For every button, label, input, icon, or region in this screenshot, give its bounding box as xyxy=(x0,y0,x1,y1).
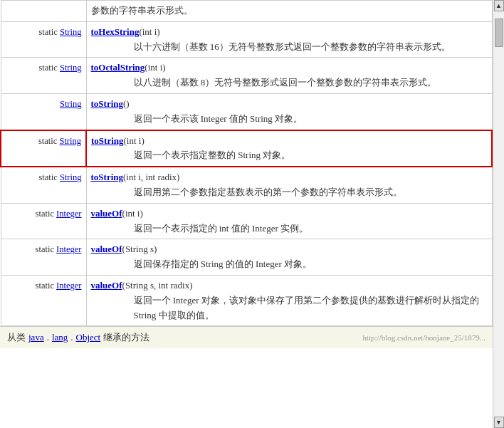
method-signature: valueOf(int i) xyxy=(91,207,488,221)
scrollbar-down-button[interactable]: ▼ xyxy=(494,417,504,428)
return-type-link[interactable]: Integer xyxy=(56,209,81,219)
desc-cell: toString(int i)返回一个表示指定整数的 String 对象。 xyxy=(86,130,492,167)
method-signature: toString(int i) xyxy=(91,134,487,149)
scrollbar-up-button[interactable]: ▲ xyxy=(494,0,504,11)
partial-text: 参数的字符串表示形式。 xyxy=(91,4,488,19)
methods-table: 参数的字符串表示形式。 static StringtoHexString(int… xyxy=(0,0,493,326)
method-name-link[interactable]: toString xyxy=(91,98,124,109)
method-name-link[interactable]: toOctalString xyxy=(91,62,145,73)
return-type-link[interactable]: String xyxy=(60,63,82,73)
type-cell: static Integer xyxy=(1,239,86,276)
method-name-link[interactable]: toString xyxy=(91,135,124,146)
desc-cell-partial: 参数的字符串表示形式。 xyxy=(86,1,492,22)
method-params: (int i) xyxy=(145,62,165,73)
method-signature: toString() xyxy=(91,97,488,112)
static-keyword: static xyxy=(36,209,57,219)
table-row-partial: 参数的字符串表示形式。 xyxy=(1,1,492,22)
method-signature: valueOf(String s) xyxy=(91,242,488,257)
return-type-link[interactable]: String xyxy=(60,99,82,109)
return-type-link[interactable]: Integer xyxy=(56,281,81,291)
method-params: (int i) xyxy=(122,208,143,219)
scrollbar: ▲ ▼ xyxy=(493,0,504,428)
return-type-link[interactable]: String xyxy=(59,136,81,146)
static-keyword: static xyxy=(38,172,60,182)
method-description: 返回一个 Integer 对象，该对象中保存了用第二个参数提供的基数进行解析时从… xyxy=(91,293,488,323)
return-type-link[interactable]: String xyxy=(60,172,82,182)
type-cell-partial xyxy=(1,1,86,22)
method-description: 返回一个表示指定的 int 值的 Integer 实例。 xyxy=(91,221,488,236)
method-name-link[interactable]: valueOf xyxy=(91,280,122,291)
dot1: . xyxy=(47,332,49,343)
table-row: static StringtoString(int i)返回一个表示指定整数的 … xyxy=(1,130,492,167)
table-row: static StringtoOctalString(int i)以八进制（基数… xyxy=(1,58,492,94)
method-params: (String s) xyxy=(122,244,157,254)
method-description: 以十六进制（基数 16）无符号整数形式返回一个整数参数的字符串表示形式。 xyxy=(91,40,488,55)
bottom-bar: 从类 java . lang . Object 继承的方法 http://blo… xyxy=(0,326,493,348)
dot2: . xyxy=(70,332,73,343)
object-link[interactable]: Object xyxy=(76,332,101,343)
return-type-link[interactable]: Integer xyxy=(56,244,81,254)
bottom-bar-prefix: 从类 xyxy=(7,331,26,344)
method-name-link[interactable]: valueOf xyxy=(91,244,122,254)
type-cell: static String xyxy=(1,21,86,58)
method-signature: valueOf(String s, int radix) xyxy=(91,278,488,293)
static-keyword: static xyxy=(38,27,60,37)
type-cell: static String xyxy=(1,130,86,167)
java-link[interactable]: java xyxy=(28,332,44,343)
table-row: static StringtoString(int i, int radix)返… xyxy=(1,167,492,203)
watermark: http://blog.csdn.net/honjane_25/1879... xyxy=(362,333,485,342)
static-keyword: static xyxy=(36,244,57,254)
method-params: (int i) xyxy=(124,135,145,146)
type-cell: String xyxy=(1,93,86,130)
static-keyword: static xyxy=(38,63,60,73)
desc-cell: toOctalString(int i)以八进制（基数 8）无符号整数形式返回一… xyxy=(86,58,492,94)
return-type-link[interactable]: String xyxy=(60,27,82,37)
method-params: (int i, int radix) xyxy=(123,172,179,182)
method-params: () xyxy=(123,98,130,109)
method-signature: toString(int i, int radix) xyxy=(91,170,488,185)
desc-cell: toString(int i, int radix)返回用第二个参数指定基数表示… xyxy=(86,167,492,203)
scrollbar-thumb[interactable] xyxy=(495,19,503,47)
lang-link[interactable]: lang xyxy=(52,332,68,343)
type-cell: static Integer xyxy=(1,275,86,325)
type-cell: static String xyxy=(1,167,86,203)
table-row: static IntegervalueOf(int i)返回一个表示指定的 in… xyxy=(1,203,492,239)
desc-cell: valueOf(String s)返回保存指定的 String 的值的 Inte… xyxy=(86,239,492,276)
method-description: 返回一个表示该 Integer 值的 String 对象。 xyxy=(91,112,488,127)
method-name-link[interactable]: toString xyxy=(91,172,124,182)
method-description: 返回一个表示指定整数的 String 对象。 xyxy=(91,148,487,163)
method-name-link[interactable]: toHexString xyxy=(91,26,140,37)
static-keyword: static xyxy=(36,281,57,291)
page-wrapper: 参数的字符串表示形式。 static StringtoHexString(int… xyxy=(0,0,504,428)
bottom-bar-suffix: 继承的方法 xyxy=(103,331,149,344)
table-row: static StringtoHexString(int i)以十六进制（基数 … xyxy=(1,21,492,58)
static-keyword: static xyxy=(38,136,60,146)
method-description: 返回用第二个参数指定基数表示的第一个参数的字符串表示形式。 xyxy=(91,185,488,200)
desc-cell: valueOf(int i)返回一个表示指定的 int 值的 Integer 实… xyxy=(86,203,492,239)
method-name-link[interactable]: valueOf xyxy=(91,208,122,219)
table-row: static IntegervalueOf(String s, int radi… xyxy=(1,275,492,325)
method-params: (String s, int radix) xyxy=(122,280,193,291)
table-row: StringtoString()返回一个表示该 Integer 值的 Strin… xyxy=(1,93,492,130)
desc-cell: valueOf(String s, int radix)返回一个 Integer… xyxy=(86,275,492,325)
table-row: static IntegervalueOf(String s)返回保存指定的 S… xyxy=(1,239,492,276)
method-signature: toHexString(int i) xyxy=(91,25,488,40)
type-cell: static String xyxy=(1,58,86,94)
method-params: (int i) xyxy=(139,26,159,37)
scrollbar-track[interactable] xyxy=(494,11,504,417)
type-cell: static Integer xyxy=(1,203,86,239)
method-description: 返回保存指定的 String 的值的 Integer 对象。 xyxy=(91,257,488,272)
method-signature: toOctalString(int i) xyxy=(91,61,488,75)
desc-cell: toHexString(int i)以十六进制（基数 16）无符号整数形式返回一… xyxy=(86,21,492,58)
desc-cell: toString()返回一个表示该 Integer 值的 String 对象。 xyxy=(86,93,492,130)
method-description: 以八进制（基数 8）无符号整数形式返回一个整数参数的字符串表示形式。 xyxy=(91,75,488,90)
content-area: 参数的字符串表示形式。 static StringtoHexString(int… xyxy=(0,0,493,428)
